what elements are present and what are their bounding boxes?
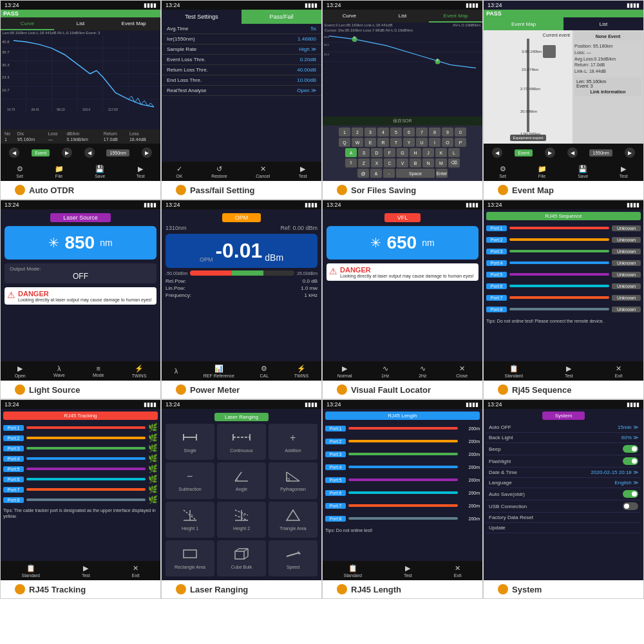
sor-tab-list[interactable]: List <box>376 10 430 23</box>
key-dash[interactable]: - <box>383 169 395 178</box>
ranging-rectangle[interactable]: Rectangle Area <box>166 540 214 576</box>
pm-twins-btn[interactable]: ⚡TWINS <box>294 365 309 378</box>
em-tab-map[interactable]: Event Map <box>484 17 564 30</box>
ranging-angle[interactable]: Angle <box>217 462 266 498</box>
em-nm-btn[interactable]: 1550nm <box>589 149 612 156</box>
key-j[interactable]: J <box>422 148 434 157</box>
key-at[interactable]: @ <box>357 169 369 178</box>
em-event-btn[interactable]: Event <box>515 149 533 156</box>
nm-btn[interactable]: 1550nm <box>106 149 129 156</box>
vfl-close-btn[interactable]: ✕Close <box>456 365 468 378</box>
key-d[interactable]: D <box>371 148 383 157</box>
next-nm-btn[interactable]: ▶ <box>142 147 152 158</box>
ranging-height1[interactable]: h Height 1 <box>166 502 214 538</box>
otdr-tab-list[interactable]: List <box>54 17 108 30</box>
key-space[interactable]: Space <box>396 169 435 178</box>
key-z[interactable]: Z <box>358 158 370 167</box>
pf-test-btn[interactable]: ▶Test <box>299 165 307 178</box>
prev-nm-btn[interactable]: ◀ <box>84 147 95 158</box>
key-c[interactable]: C <box>384 158 395 167</box>
key-3[interactable]: 3 <box>365 128 376 137</box>
key-y[interactable]: Y <box>403 138 415 147</box>
ranging-height2[interactable]: h Height 2 <box>217 502 266 538</box>
pm-ref-btn[interactable]: 📊REF Reference <box>204 365 234 378</box>
key-7[interactable]: 7 <box>416 128 428 137</box>
key-x[interactable]: X <box>371 158 383 167</box>
pf-ok-btn[interactable]: ✓OK <box>176 165 182 178</box>
sor-tab-event[interactable]: Event Map <box>429 10 482 23</box>
key-m[interactable]: M <box>435 158 447 167</box>
key-t[interactable]: T <box>390 138 402 147</box>
em-next-btn[interactable]: ▶ <box>545 147 555 158</box>
key-2[interactable]: 2 <box>352 128 363 137</box>
key-1[interactable]: 1 <box>339 128 350 137</box>
ranging-addition[interactable]: + Addition <box>269 424 317 460</box>
key-r[interactable]: R <box>377 138 389 147</box>
ls-wave-btn[interactable]: λWave <box>53 365 65 377</box>
vfl-2hz-btn[interactable]: ∿2Hz <box>419 365 426 378</box>
ranging-subtraction[interactable]: − Subtraction <box>166 462 214 498</box>
ranging-cube[interactable]: Cube Bulk <box>217 540 266 576</box>
tracking-exit-btn[interactable]: ✕Exit <box>132 564 140 578</box>
pm-lambda-btn[interactable]: λ <box>175 367 178 375</box>
key-0[interactable]: 0 <box>455 128 466 137</box>
key-o[interactable]: O <box>442 138 453 147</box>
ranging-speed[interactable]: Speed <box>269 540 317 576</box>
event-btn[interactable]: Event <box>32 149 50 156</box>
rj45-standard-btn[interactable]: 📋Standard <box>505 365 523 378</box>
key-8[interactable]: 8 <box>429 128 440 137</box>
key-s[interactable]: S <box>358 148 370 157</box>
em-prev-btn[interactable]: ◀ <box>492 147 502 158</box>
key-amp[interactable]: & <box>370 169 382 178</box>
ranging-pythagorean[interactable]: Pythagorean <box>269 462 317 498</box>
vfl-1hz-btn[interactable]: ∿1Hz <box>381 365 389 378</box>
key-g[interactable]: G <box>397 148 408 157</box>
key-f[interactable]: F <box>384 148 395 157</box>
pf-restore-btn[interactable]: ↺Restore <box>211 165 227 178</box>
em-tab-list[interactable]: List <box>564 17 643 30</box>
beep-toggle[interactable] <box>623 445 638 453</box>
em-prev-nm-btn[interactable]: ◀ <box>567 147 578 158</box>
ls-mode-btn[interactable]: ≡Mode <box>93 365 104 377</box>
sor-tab-curve[interactable]: Curve <box>323 10 376 23</box>
ranging-continuous[interactable]: Continuous <box>217 424 266 460</box>
next-event-btn[interactable]: ▶ <box>62 147 72 158</box>
ls-open-btn[interactable]: ▶Open <box>15 365 26 378</box>
autosave-toggle[interactable] <box>623 490 638 498</box>
em-set-btn[interactable]: ⚙Set <box>499 165 506 178</box>
key-k[interactable]: K <box>435 148 447 157</box>
length-test-btn[interactable]: ▶Test <box>404 564 412 578</box>
pf-cancel-btn[interactable]: ✕Cancel <box>256 165 270 178</box>
key-shift[interactable]: A <box>345 148 357 157</box>
em-file-btn[interactable]: 📁File <box>538 165 547 178</box>
ls-twins-btn[interactable]: ⚡TWINS <box>132 365 147 378</box>
key-w[interactable]: W <box>352 138 363 147</box>
otdr-tab-event[interactable]: Event Map <box>107 17 160 30</box>
key-v[interactable]: V <box>397 158 408 167</box>
vfl-normal-btn[interactable]: ▶Normal <box>337 365 352 378</box>
key-6[interactable]: 6 <box>403 128 415 137</box>
key-n[interactable]: N <box>422 158 434 167</box>
tracking-test-btn[interactable]: ▶Test <box>82 564 90 578</box>
ranging-single[interactable]: Single <box>166 424 214 460</box>
em-next-nm-btn[interactable]: ▶ <box>625 147 635 158</box>
key-4[interactable]: 4 <box>377 128 389 137</box>
set-btn[interactable]: ⚙Set <box>16 165 23 178</box>
tracking-standard-btn[interactable]: 📋Standard <box>22 564 40 578</box>
otdr-tab-curve[interactable]: Curve <box>1 17 54 30</box>
test-btn[interactable]: ▶Test <box>137 165 145 178</box>
usb-toggle[interactable] <box>623 502 638 510</box>
prev-event-btn[interactable]: ◀ <box>9 147 19 158</box>
key-u[interactable]: U <box>416 138 428 147</box>
rj45-test-btn[interactable]: ▶Test <box>565 365 573 378</box>
flashlight-toggle[interactable] <box>623 457 638 465</box>
key-9[interactable]: 9 <box>442 128 453 137</box>
key-capslock[interactable]: ⇧ <box>345 158 357 167</box>
file-btn[interactable]: 📁File <box>55 165 64 178</box>
key-q[interactable]: Q <box>339 138 350 147</box>
key-enter[interactable]: Enter <box>436 169 448 178</box>
length-standard-btn[interactable]: 📋Standard <box>344 564 362 578</box>
ranging-triangle[interactable]: Triangle Area <box>269 502 317 538</box>
key-i[interactable]: I <box>429 138 440 147</box>
key-e[interactable]: E <box>365 138 376 147</box>
